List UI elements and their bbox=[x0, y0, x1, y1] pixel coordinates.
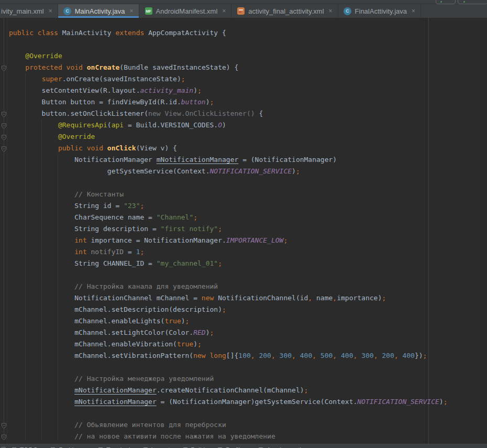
fold-marker-icon[interactable] bbox=[1, 145, 7, 151]
close-icon[interactable]: × bbox=[329, 8, 333, 14]
code-token: // Константы bbox=[74, 190, 124, 198]
code-token: ; bbox=[185, 317, 190, 325]
java-class-icon: C bbox=[344, 7, 351, 15]
fold-marker-icon[interactable] bbox=[1, 134, 7, 140]
code-line[interactable]: super.onCreate(savedInstanceState); bbox=[7, 73, 487, 85]
code-line[interactable]: setContentView(R.layout.activity_main); bbox=[7, 85, 487, 96]
code-token bbox=[9, 248, 74, 256]
code-token: ; bbox=[304, 386, 308, 394]
code-token bbox=[9, 63, 25, 71]
code-token: []{ bbox=[226, 352, 238, 359]
code-token: }) bbox=[415, 352, 423, 359]
code-token: new bbox=[202, 294, 214, 302]
code-token: int bbox=[74, 248, 86, 256]
code-line[interactable]: // Настройка канала для уведомлений bbox=[7, 281, 487, 292]
code-line[interactable]: // Обьявление интентов для переброски bbox=[7, 419, 487, 431]
code-line[interactable]: public class MainActivity extends AppCom… bbox=[7, 27, 487, 39]
tab-ivity-main-xml[interactable]: ivity_main.xml× bbox=[0, 4, 58, 18]
code-token: NotificationManager bbox=[9, 156, 157, 163]
code-token: 300 bbox=[280, 352, 292, 359]
close-icon[interactable]: × bbox=[49, 8, 52, 14]
code-line[interactable]: mChannel.enableVibration(true); bbox=[7, 338, 487, 350]
fold-marker-icon[interactable] bbox=[1, 433, 7, 440]
code-line[interactable] bbox=[7, 177, 487, 189]
code-line[interactable]: String id = "23"; bbox=[7, 200, 487, 212]
code-area[interactable]: public class MainActivity extends AppCom… bbox=[7, 27, 487, 442]
close-icon[interactable]: × bbox=[129, 8, 133, 14]
toolbar-strip bbox=[0, 0, 487, 4]
code-line[interactable] bbox=[7, 39, 487, 50]
code-token: @Override bbox=[25, 52, 62, 60]
code-token: NotificationChannel(id bbox=[214, 294, 308, 302]
code-token: , bbox=[271, 352, 275, 359]
code-token bbox=[83, 63, 87, 71]
code-token: "23" bbox=[124, 202, 140, 210]
code-line[interactable]: @Override bbox=[7, 131, 487, 143]
tab-mainactivity-java[interactable]: CMainActivity.java× bbox=[58, 4, 139, 18]
code-line[interactable]: @Override bbox=[7, 50, 487, 62]
code-line[interactable] bbox=[7, 269, 487, 281]
code-line[interactable]: mChannel.setVibrationPattern(new long[]{… bbox=[7, 350, 487, 362]
device-select-button[interactable] bbox=[458, 0, 487, 4]
code-token bbox=[9, 133, 58, 140]
code-line[interactable]: mChannel.enableLights(true); bbox=[7, 315, 487, 327]
code-line[interactable]: int notifyID = 1; bbox=[7, 246, 487, 258]
code-line[interactable] bbox=[7, 362, 487, 373]
code-line[interactable] bbox=[7, 408, 487, 419]
code-line[interactable]: NotificationChannel mChannel = new Notif… bbox=[7, 292, 487, 304]
code-token: mNotificationManager bbox=[157, 156, 239, 163]
tab-finalacttivity-java[interactable]: CFinalActtivity.java× bbox=[338, 4, 421, 18]
code-line[interactable]: mNotificationManager.createNotificationC… bbox=[7, 385, 487, 396]
fold-marker-icon[interactable] bbox=[1, 422, 7, 428]
code-line[interactable]: int importance = NotificationManager.IMP… bbox=[7, 235, 487, 246]
code-token bbox=[9, 236, 74, 244]
code-token: 200 bbox=[382, 352, 394, 359]
close-icon[interactable]: × bbox=[412, 8, 415, 14]
code-line[interactable]: public void onClick(View v) { bbox=[7, 143, 487, 154]
code-token bbox=[9, 375, 74, 383]
code-line[interactable]: mNotificationManager = (NotificationMana… bbox=[7, 396, 487, 408]
code-line[interactable]: String CHANNEL_ID = "my_channel_01"; bbox=[7, 258, 487, 269]
tab-activity-final-acttivity-xml[interactable]: activity_final_acttivity.xml× bbox=[231, 4, 338, 18]
code-line[interactable]: @RequiresApi(api = Build.VERSION_CODES.O… bbox=[7, 119, 487, 131]
code-line[interactable]: // Константы bbox=[7, 189, 487, 200]
code-token: MainActivity bbox=[58, 29, 116, 37]
code-token: AppCompatActivity { bbox=[144, 29, 226, 37]
code-line[interactable]: String description = "first notify"; bbox=[7, 223, 487, 235]
code-token: ; bbox=[283, 236, 287, 244]
code-token: , bbox=[308, 294, 312, 302]
android-studio-window: ivity_main.xml×CMainActivity.java×MFAndr… bbox=[0, 0, 487, 448]
code-token: new long bbox=[193, 352, 226, 359]
code-token: ; bbox=[193, 213, 197, 221]
java-class-icon: C bbox=[63, 7, 71, 15]
fold-marker-icon[interactable] bbox=[1, 64, 7, 71]
code-line[interactable]: Button button = findViewById(R.id.button… bbox=[7, 96, 487, 108]
code-line[interactable]: CharSequence name = "Channel"; bbox=[7, 212, 487, 223]
code-token bbox=[357, 352, 361, 359]
code-editor[interactable]: public class MainActivity extends AppCom… bbox=[0, 18, 487, 444]
code-token: onCreate bbox=[87, 63, 120, 71]
close-icon[interactable]: × bbox=[222, 8, 226, 14]
code-token: 400 bbox=[300, 352, 312, 359]
code-token: RED bbox=[193, 329, 205, 336]
code-token: @Override bbox=[58, 133, 95, 140]
code-line[interactable]: button.setOnClickListener(new View.OnCli… bbox=[7, 108, 487, 119]
code-line[interactable]: // Настройка менеджера уведомлений bbox=[7, 373, 487, 385]
tool-window-bar: TODOProblemsTerminalLogcatBuildProfilerA… bbox=[0, 444, 487, 448]
fold-marker-icon[interactable] bbox=[1, 122, 7, 128]
code-line[interactable]: protected void onCreate(Bundle savedInst… bbox=[7, 62, 487, 73]
run-config-button[interactable] bbox=[436, 0, 456, 4]
code-token: void bbox=[67, 63, 83, 71]
code-line[interactable]: getSystemService(Context.NOTIFICATION_SE… bbox=[7, 166, 487, 177]
code-token bbox=[83, 144, 87, 152]
code-line[interactable]: mChannel.setLightColor(Color.RED); bbox=[7, 327, 487, 338]
code-token: ( bbox=[107, 121, 112, 129]
fold-marker-icon[interactable] bbox=[1, 111, 7, 117]
code-token: new View.OnClickListener() bbox=[148, 110, 255, 117]
code-line[interactable]: mChannel.setDescription(description); bbox=[7, 304, 487, 315]
code-line[interactable]: NotificationManager mNotificationManager… bbox=[7, 154, 487, 166]
code-token: "my_channel_01" bbox=[157, 259, 218, 267]
code-line[interactable]: // на новое активити после нажатия на ув… bbox=[7, 431, 487, 442]
code-token: , bbox=[333, 294, 337, 302]
tab-androidmanifest-xml[interactable]: MFAndroidManifest.xml× bbox=[139, 4, 232, 18]
